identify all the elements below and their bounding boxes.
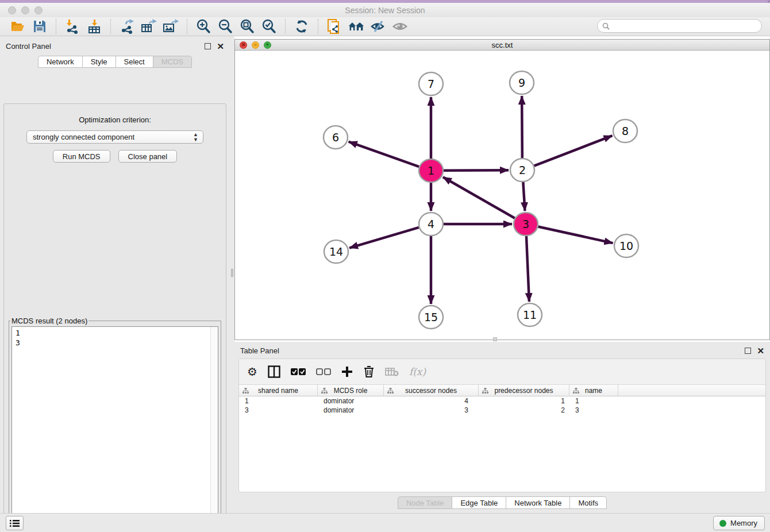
table-panel-close-icon[interactable]: ✕ xyxy=(757,346,764,355)
network-graph[interactable]: 7968124314101511 xyxy=(235,51,769,340)
tab-network-table[interactable]: Network Table xyxy=(506,496,570,509)
graph-edge-4-14[interactable] xyxy=(349,228,419,248)
tab-mcds[interactable]: MCDS xyxy=(153,56,192,68)
search-input[interactable] xyxy=(613,22,761,30)
graph-node-1[interactable]: 1 xyxy=(419,159,443,182)
graph-node-8[interactable]: 8 xyxy=(613,119,637,142)
graph-node-10[interactable]: 10 xyxy=(614,234,638,257)
svg-text:4: 4 xyxy=(428,218,434,230)
graph-edge-3-1[interactable] xyxy=(443,177,515,218)
hide-selected-eye-icon[interactable] xyxy=(370,18,386,34)
zoom-fit-icon[interactable] xyxy=(239,18,255,34)
deselect-all-columns-icon[interactable] xyxy=(316,368,331,376)
clone-network-icon[interactable] xyxy=(326,18,342,34)
graph-node-7[interactable]: 7 xyxy=(419,72,443,95)
cell-name[interactable]: 1 xyxy=(569,396,618,406)
import-table-icon[interactable] xyxy=(86,18,102,34)
save-session-icon[interactable] xyxy=(32,18,48,34)
cell-predecessor-nodes[interactable]: 1 xyxy=(479,396,569,406)
column-header-shared-name[interactable]: shared name xyxy=(239,385,318,396)
delete-table-icon[interactable] xyxy=(385,367,399,376)
show-column-panel-icon[interactable] xyxy=(268,365,280,378)
tab-network[interactable]: Network xyxy=(38,56,83,68)
tab-motifs[interactable]: Motifs xyxy=(570,496,607,509)
memory-button[interactable]: Memory xyxy=(713,516,765,530)
export-image-icon[interactable] xyxy=(163,18,179,34)
refresh-network-icon[interactable] xyxy=(294,18,310,34)
control-panel-tabs: NetworkStyleSelectMCDS xyxy=(0,56,230,68)
graph-edge-2-8[interactable] xyxy=(534,136,613,165)
search-icon xyxy=(602,22,610,30)
graph-node-11[interactable]: 11 xyxy=(518,303,542,326)
cell-shared-name[interactable]: 3 xyxy=(239,406,318,415)
toolbar-separator xyxy=(56,19,56,34)
import-network-icon[interactable] xyxy=(64,18,80,34)
column-header-successor-nodes[interactable]: successor nodes xyxy=(384,385,479,396)
network-canvas[interactable]: 7968124314101511 xyxy=(235,51,769,340)
function-builder-icon[interactable]: f(x) xyxy=(409,366,426,377)
graph-edge-1-2[interactable] xyxy=(444,170,509,171)
graph-edge-3-11[interactable] xyxy=(526,236,529,302)
task-history-button[interactable] xyxy=(6,516,24,530)
graph-edge-1-6[interactable] xyxy=(349,142,419,167)
export-network-icon[interactable] xyxy=(119,18,135,34)
tab-select[interactable]: Select xyxy=(116,56,153,68)
splitter-grip[interactable] xyxy=(231,269,233,277)
open-session-icon[interactable] xyxy=(10,18,26,34)
graph-node-14[interactable]: 14 xyxy=(324,240,348,263)
zoom-in-icon[interactable] xyxy=(195,18,211,34)
network-window-titlebar[interactable]: ✕ − + scc.txt xyxy=(235,40,769,51)
cell-MCDS-role[interactable]: dominator xyxy=(318,396,384,406)
table-options-gear-icon[interactable]: ⚙ xyxy=(247,365,257,379)
delete-column-trash-icon[interactable] xyxy=(363,365,375,378)
network-view-window: ✕ − + scc.txt 7968124314101511 xyxy=(234,39,770,340)
close-panel-button[interactable]: Close panel xyxy=(118,150,178,163)
graph-edge-3-10[interactable] xyxy=(538,226,613,243)
column-header-predecessor-nodes[interactable]: predecessor nodes xyxy=(479,385,569,396)
table-row[interactable]: 1dominator411 xyxy=(239,396,765,406)
column-header-MCDS-role[interactable]: MCDS role xyxy=(318,385,384,396)
search-box[interactable] xyxy=(597,19,762,33)
zoom-out-icon[interactable] xyxy=(217,18,233,34)
cell-successor-nodes[interactable]: 3 xyxy=(384,406,479,415)
tab-node-table[interactable]: Node Table xyxy=(398,496,453,509)
zoom-selected-icon[interactable] xyxy=(261,18,277,34)
panel-splitter[interactable] xyxy=(230,36,234,513)
cell-shared-name[interactable]: 1 xyxy=(239,396,318,406)
graph-node-6[interactable]: 6 xyxy=(324,126,348,149)
graph-edge-2-9[interactable] xyxy=(522,96,522,158)
apply-layout-houses-icon[interactable] xyxy=(348,18,364,34)
cell-predecessor-nodes[interactable]: 2 xyxy=(479,406,569,415)
cell-MCDS-role[interactable]: dominator xyxy=(318,406,384,415)
graph-node-3[interactable]: 3 xyxy=(514,213,538,236)
mcds-result-text[interactable]: 13 xyxy=(11,326,218,531)
node-table-container: ⚙ f(x) shared nameMCDS rolesuccessor nod… xyxy=(238,358,766,492)
title-bar: Session: New Session xyxy=(0,3,770,17)
add-column-icon[interactable] xyxy=(341,366,353,377)
optimization-criterion-select[interactable]: strongly connected component ▲▼ xyxy=(26,130,203,144)
result-scrollbar[interactable] xyxy=(210,327,218,530)
graph-node-4[interactable]: 4 xyxy=(419,213,443,236)
table-row[interactable]: 3dominator323 xyxy=(239,406,765,415)
graph-node-9[interactable]: 9 xyxy=(510,71,534,94)
select-all-columns-icon[interactable] xyxy=(291,368,306,376)
tab-style[interactable]: Style xyxy=(83,56,116,68)
svg-text:14: 14 xyxy=(329,245,343,258)
network-resize-grip[interactable] xyxy=(493,337,497,341)
run-mcds-button[interactable]: Run MCDS xyxy=(53,150,110,163)
graph-node-2[interactable]: 2 xyxy=(510,159,534,182)
show-all-eye-icon[interactable] xyxy=(392,18,408,34)
cell-name[interactable]: 3 xyxy=(569,406,618,415)
graph-edge-2-3[interactable] xyxy=(523,182,525,211)
control-panel-float-icon[interactable] xyxy=(205,43,211,49)
control-panel-close-icon[interactable]: ✕ xyxy=(217,42,224,51)
column-header-name[interactable]: name xyxy=(569,385,618,396)
svg-text:7: 7 xyxy=(428,78,434,90)
export-table-icon[interactable] xyxy=(141,18,157,34)
table-body: 1dominator4113dominator323 xyxy=(239,396,765,415)
graph-node-15[interactable]: 15 xyxy=(419,306,443,329)
session-title: Session: New Session xyxy=(0,6,770,15)
table-panel-float-icon[interactable] xyxy=(745,348,751,354)
cell-successor-nodes[interactable]: 4 xyxy=(384,396,479,406)
tab-edge-table[interactable]: Edge Table xyxy=(452,496,506,509)
